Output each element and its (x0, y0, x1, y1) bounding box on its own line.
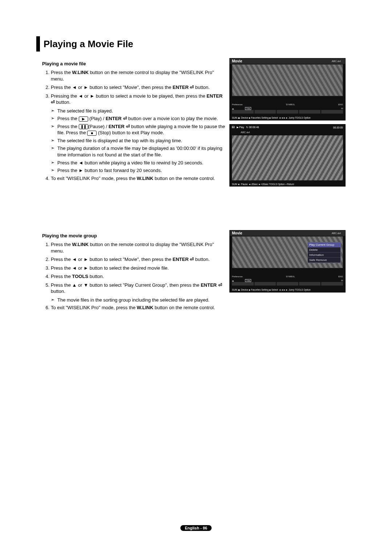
step-3: Pressing the ◄ or ► button to select a m… (51, 93, 225, 106)
subheading: Playing the movie group (42, 233, 225, 238)
thumbnail-strip (232, 110, 343, 114)
filename-label: ABC.avi (241, 131, 250, 134)
preview-area (232, 64, 343, 96)
step-1: Press the W.LINK button on the remote co… (51, 69, 225, 82)
screenshot-context-menu: Movie ABC.avi Play Current Group Delete … (229, 230, 346, 292)
enter-icon: ⏎ (190, 85, 194, 90)
meta-row: PreferenceSYMBOLENG (232, 103, 343, 106)
manual-page: Playing a Movie File Playing a movie fil… (0, 0, 392, 540)
playback-top: 🎞 ▶ Play ↻ 00:00:48 00:20:05 (232, 126, 343, 129)
note: Press the ▶ (Play) / ENTER ⏎ button over… (51, 115, 225, 122)
menu-item-information[interactable]: Information (308, 253, 340, 258)
note: Press the ❚❚(Pause) / ENTER ⏎ button whi… (51, 123, 225, 136)
title-bar-decoration (36, 36, 40, 52)
shot-title: Movie (230, 58, 345, 64)
hint-bar: SUM ⏏ Device ■ Favorites Setting ■ Selec… (232, 289, 343, 291)
play-icon: ▶ (79, 116, 88, 122)
screenshots-column: Movie ABC.avi PreferenceSYMBOLENG ⏏Title… (229, 58, 346, 187)
filename-label: ABC.avi (332, 60, 341, 62)
page-footer: English - 86 (0, 525, 392, 531)
step-1: Press the W.LINK button on the remote co… (51, 241, 225, 254)
stop-icon: ■ (87, 131, 97, 136)
title-row: Playing a Movie File (36, 36, 363, 52)
steps-list: Press the W.LINK button on the remote co… (42, 69, 225, 106)
pause-icon: ❚❚ (79, 124, 88, 129)
screenshot-movie-playback: 🎞 ▶ Play ↻ 00:00:48 00:20:05 ABC.avi SUM… (229, 124, 346, 187)
page-number-badge: English - 86 (180, 525, 212, 531)
note: Press the ◄ button while playing a video… (51, 160, 225, 166)
note: The selected file is displayed at the to… (51, 138, 225, 144)
meta-row: PreferenceSYMBOLENG (232, 275, 343, 278)
steps-list-cont: To exit "WISELINK Pro" mode, press the W… (42, 175, 225, 182)
step-2: Press the ◄ or ► button to select "Movie… (51, 84, 225, 91)
section-playing-movie-file: Playing a movie file Press the W.LINK bu… (36, 58, 363, 187)
filename-label: ABC.avi (332, 232, 341, 234)
enter-icon: ⏎ (51, 99, 55, 105)
screenshot-movie-browser: Movie ABC.avi PreferenceSYMBOLENG ⏏Title… (229, 58, 346, 120)
steps-list-cont: To exit "WISELINK Pro" mode, press the W… (42, 304, 225, 311)
menu-item-safe-remove[interactable]: Safe Remove (308, 258, 340, 263)
text-column: Playing a movie file Press the W.LINK bu… (36, 58, 225, 187)
note: Press the ► button to fast forward by 20… (51, 167, 225, 174)
step-2: Press the ◄ or ► button to select "Movie… (51, 256, 225, 263)
note: The playing duration of a movie file may… (51, 145, 225, 158)
shot-title: Movie (230, 230, 345, 236)
sort-row: ⏏TitleM (232, 107, 343, 110)
step-5: Press the ▲ or ▼ button to select "Play … (51, 282, 225, 295)
enter-icon: ⏎ (218, 282, 222, 288)
menu-item-play-current-group[interactable]: Play Current Group (308, 242, 340, 248)
hint-bar: SUM ⏯ Pause ◄-20sec ►+20sec TOOLS Option… (232, 183, 343, 185)
subheading: Playing a movie file (42, 61, 225, 66)
thumbnail-strip (232, 282, 343, 286)
sort-row: ⏏TitleM (232, 279, 343, 282)
note: The movie files in the sorting group inc… (51, 297, 225, 303)
menu-item-delete[interactable]: Delete (308, 248, 340, 253)
text-column: Playing the movie group Press the W.LINK… (36, 230, 225, 313)
step-4: Press the TOOLS button. (51, 273, 225, 280)
step-4: To exit "WISELINK Pro" mode, press the W… (51, 175, 225, 182)
screenshots-column: Movie ABC.avi Play Current Group Delete … (229, 230, 346, 313)
video-area (232, 135, 343, 180)
tools-menu[interactable]: Play Current Group Delete Information Sa… (307, 242, 341, 263)
enter-icon: ⏎ (123, 116, 127, 121)
note: The selected file is played. (51, 108, 225, 114)
hint-bar: SUM ⏏ Device ■ Favorites Setting ■ Selec… (232, 116, 343, 119)
step-6: To exit "WISELINK Pro" mode, press the W… (51, 304, 225, 311)
section-playing-movie-group: Playing the movie group Press the W.LINK… (36, 230, 363, 313)
page-title: Playing a Movie File (44, 38, 133, 50)
steps-list: Press the W.LINK button on the remote co… (42, 241, 225, 295)
step-3: Press the ◄ or ► button to select the de… (51, 265, 225, 271)
enter-icon: ⏎ (126, 124, 130, 129)
enter-icon: ⏎ (190, 257, 194, 262)
